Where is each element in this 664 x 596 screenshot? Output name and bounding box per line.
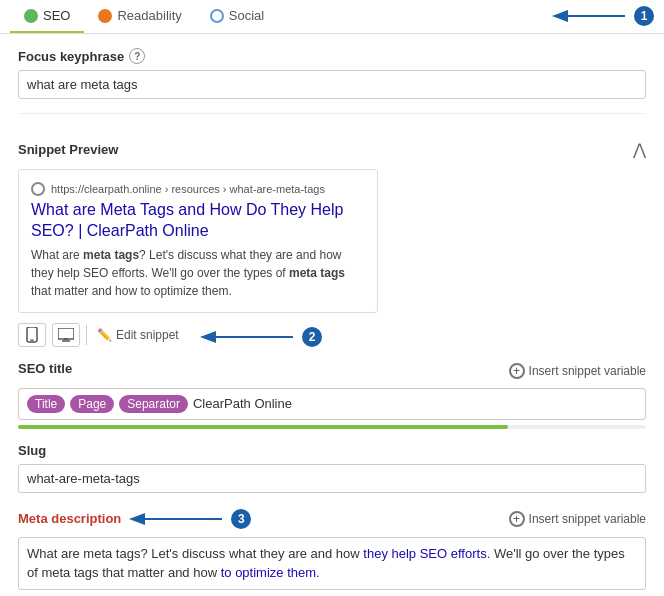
svg-rect-2 — [30, 339, 34, 340]
meta-description-label: Meta description — [18, 511, 121, 526]
tab-bar: SEO Readability Social 1 — [0, 0, 664, 34]
tab-social-label: Social — [229, 8, 264, 23]
seo-icon — [24, 9, 38, 23]
focus-keyphrase-label: Focus keyphrase — [18, 49, 124, 64]
meta-description-content: What are meta tags? Let's discuss what t… — [27, 544, 637, 583]
focus-keyphrase-input[interactable] — [18, 70, 646, 99]
seo-title-insert-label: Insert snippet variable — [529, 364, 646, 378]
focus-keyphrase-section: Focus keyphrase ? — [18, 48, 646, 99]
tab-social[interactable]: Social — [196, 0, 278, 33]
seo-title-insert-variable-button[interactable]: + Insert snippet variable — [509, 363, 646, 379]
seo-title-progress-bar-fill — [18, 425, 508, 429]
focus-keyphrase-help-icon[interactable]: ? — [129, 48, 145, 64]
tab-seo-label: SEO — [43, 8, 70, 23]
snippet-description: What are meta tags? Let's discuss what t… — [31, 246, 365, 300]
meta-description-header: Meta description 3 — [18, 507, 646, 531]
snippet-desc-bold-2: meta tags — [289, 266, 345, 280]
main-content: Focus keyphrase ? Snippet Preview ⋀ http… — [0, 34, 664, 596]
plus-circle-icon: + — [509, 363, 525, 379]
focus-keyphrase-label-row: Focus keyphrase ? — [18, 48, 646, 64]
tag-plain-text: ClearPath Online — [193, 396, 292, 411]
snippet-title: What are Meta Tags and How Do They Help … — [31, 200, 365, 242]
seo-title-field[interactable]: Title Page Separator ClearPath Online — [18, 388, 646, 420]
meta-description-field[interactable]: What are meta tags? Let's discuss what t… — [18, 537, 646, 590]
meta-description-insert-label: Insert snippet variable — [529, 512, 646, 526]
slug-input[interactable] — [18, 464, 646, 493]
plus-circle-icon-meta: + — [509, 511, 525, 527]
tab-readability-label: Readability — [117, 8, 181, 23]
annotation-1-number: 1 — [634, 6, 654, 26]
seo-title-label: SEO title — [18, 361, 72, 376]
mobile-preview-button[interactable] — [18, 323, 46, 347]
annotation-1: 1 — [550, 4, 654, 28]
divider — [86, 325, 87, 345]
social-icon — [210, 9, 224, 23]
tag-page: Page — [70, 395, 114, 413]
slug-section: Slug — [18, 443, 646, 493]
tag-title: Title — [27, 395, 65, 413]
snippet-url: https://clearpath.online › resources › w… — [51, 183, 325, 195]
globe-icon — [31, 182, 45, 196]
meta-description-section: Meta description 3 — [18, 507, 646, 590]
desktop-preview-button[interactable] — [52, 323, 80, 347]
seo-title-progress-bar-container — [18, 425, 646, 429]
annotation-2-number: 2 — [302, 327, 322, 347]
tab-readability[interactable]: Readability — [84, 0, 195, 33]
snippet-preview-title: Snippet Preview — [18, 142, 118, 157]
arrow-1-svg — [550, 4, 630, 28]
seo-title-header: SEO title + Insert snippet variable — [18, 361, 646, 382]
annotation-2: 2 — [198, 325, 322, 349]
snippet-url-row: https://clearpath.online › resources › w… — [31, 182, 365, 196]
edit-snippet-label: Edit snippet — [116, 328, 179, 342]
meta-description-insert-variable-button[interactable]: + Insert snippet variable — [509, 511, 646, 527]
annotation-3: 3 — [127, 507, 251, 531]
svg-rect-3 — [58, 328, 74, 339]
readability-icon — [98, 9, 112, 23]
snippet-actions: ✏️ Edit snippet 2 — [18, 323, 646, 347]
slug-label: Slug — [18, 443, 646, 458]
meta-description-label-row: Meta description 3 — [18, 507, 251, 531]
arrow-2-svg — [198, 325, 298, 349]
snippet-preview-box: https://clearpath.online › resources › w… — [18, 169, 378, 313]
mobile-icon — [26, 327, 38, 343]
meta-link-2[interactable]: to optimize them — [221, 565, 316, 580]
tab-seo[interactable]: SEO — [10, 0, 84, 33]
meta-link-1[interactable]: they help SEO efforts — [363, 546, 486, 561]
snippet-desc-bold-1: meta tags — [83, 248, 139, 262]
annotation-3-number: 3 — [231, 509, 251, 529]
snippet-preview-header: Snippet Preview ⋀ — [18, 140, 646, 159]
snippet-preview-section: Snippet Preview ⋀ https://clearpath.onli… — [18, 113, 646, 347]
pencil-icon: ✏️ — [97, 328, 112, 342]
collapse-icon[interactable]: ⋀ — [633, 140, 646, 159]
tag-separator: Separator — [119, 395, 188, 413]
edit-snippet-button[interactable]: ✏️ Edit snippet — [93, 326, 183, 344]
desktop-icon — [58, 328, 74, 342]
arrow-3-svg — [127, 507, 227, 531]
seo-title-section: SEO title + Insert snippet variable Titl… — [18, 361, 646, 429]
